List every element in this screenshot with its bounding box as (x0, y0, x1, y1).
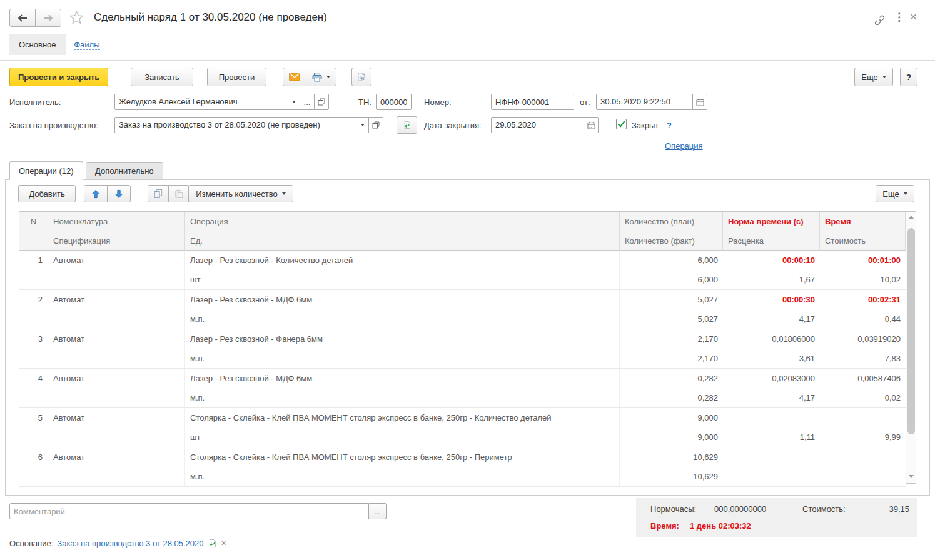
date-field[interactable]: 30.05.2020 9:22:50 (596, 94, 707, 110)
arrow-left-icon (18, 14, 28, 22)
col-header-nomenclature[interactable]: Номенклатура (48, 212, 185, 231)
post-and-close-button[interactable]: Провести и закрыть (9, 68, 108, 86)
forward-button[interactable] (35, 9, 61, 27)
add-row-button[interactable]: Добавить (18, 185, 76, 202)
basis-link[interactable]: Заказ на производство 3 от 28.05.2020 (57, 539, 203, 548)
close-date-label: Дата закрытия: (424, 121, 482, 130)
cell-empty (19, 309, 48, 329)
report-button[interactable] (351, 68, 371, 86)
nav-tab-main[interactable]: Основное (9, 34, 66, 55)
executor-combo[interactable]: Желудков Алексей Германович ... (114, 94, 329, 110)
change-quantity-caret (282, 192, 286, 195)
document-report-icon (358, 72, 365, 82)
clear-basis-icon[interactable]: × (221, 538, 226, 548)
back-button[interactable] (9, 9, 36, 27)
order-combo[interactable]: Заказ на производство 3 от 28.05.2020 (н… (114, 117, 383, 133)
scrollbar-thumb[interactable] (907, 228, 915, 434)
tab-additional[interactable]: Дополнительно (86, 162, 163, 179)
cell-empty (19, 349, 48, 368)
cell-time: 0,03919020 (820, 329, 906, 349)
col-header-n[interactable]: N (19, 212, 48, 231)
cell-time: 0,00587406 (820, 369, 906, 388)
number-input[interactable] (491, 94, 574, 110)
table-row[interactable]: 5 Автомат Столярка - Склейка - Клей ПВА … (19, 408, 906, 448)
cell-time-norm: 00:00:10 (723, 251, 820, 270)
move-down-button[interactable] (107, 185, 131, 202)
col-header-operation[interactable]: Операция (185, 212, 620, 231)
print-button[interactable] (306, 68, 336, 86)
copy-rows-button[interactable] (148, 185, 169, 202)
comment-input[interactable] (9, 503, 369, 519)
order-open-icon[interactable] (368, 118, 383, 132)
send-email-button[interactable] (283, 68, 306, 86)
document-window: Сдельный наряд 1 от 30.05.2020 (не прове… (0, 0, 935, 560)
tn-label: ТН: (358, 98, 371, 107)
col-header-spec[interactable]: Спецификация (48, 231, 185, 251)
arrow-down-icon (114, 189, 123, 199)
comment-expand-button[interactable]: ... (369, 503, 387, 519)
order-dropdown-caret[interactable] (356, 118, 368, 132)
table-row[interactable]: 2 Автомат Лазер - Рез сквозной - МДФ 6мм… (19, 290, 906, 329)
close-date-value: 29.05.2020 (492, 118, 584, 132)
operation-link[interactable]: Операция (665, 141, 703, 151)
col-header-qty-plan[interactable]: Количество (план) (620, 212, 723, 231)
closed-checkbox[interactable] (616, 119, 627, 129)
nav-tab-files[interactable]: Файлы (68, 34, 106, 55)
executor-open-icon[interactable] (314, 94, 328, 109)
tn-input[interactable] (376, 94, 412, 110)
col-header-cost[interactable]: Стоимость (820, 231, 906, 251)
move-up-button[interactable] (84, 185, 108, 202)
col-header-rate[interactable]: Расценка (723, 231, 820, 251)
write-button[interactable]: Записать (131, 68, 193, 86)
col-header-time[interactable]: Время (820, 212, 906, 231)
cell-time: 00:01:00 (820, 251, 906, 270)
favorite-star-icon[interactable] (69, 10, 84, 26)
cell-spec (48, 349, 185, 368)
executor-dropdown-caret[interactable] (288, 94, 300, 109)
closed-help-icon[interactable]: ? (667, 121, 672, 130)
help-button[interactable]: ? (900, 68, 917, 86)
cell-n: 5 (19, 408, 48, 428)
calendar-icon[interactable] (692, 94, 707, 109)
table-scrollbar[interactable] (906, 212, 916, 483)
refill-from-order-button[interactable] (397, 116, 417, 134)
table-row[interactable]: 6 Автомат Столярка - Склейка - Клей ПВА … (19, 448, 906, 487)
paste-rows-button[interactable] (168, 185, 190, 202)
date-value: 30.05.2020 9:22:50 (597, 94, 692, 109)
more-button-table[interactable]: Еще (876, 185, 914, 202)
col-header-unit[interactable]: Ед. (185, 231, 620, 251)
more-menu-dots-icon[interactable]: ⋮ (894, 11, 904, 24)
copy-link-icon[interactable] (871, 12, 885, 26)
time-total-label: Время: (650, 521, 679, 531)
table-row[interactable]: 3 Автомат Лазер - Рез сквозной - Фанера … (19, 329, 906, 369)
copy-icon (154, 189, 163, 199)
number-label: Номер: (424, 98, 452, 107)
open-basis-icon[interactable] (208, 539, 216, 548)
cell-time-norm: 0,02083000 (723, 369, 820, 388)
close-icon[interactable]: × (910, 10, 917, 24)
tab-operations[interactable]: Операции (12) (9, 161, 83, 180)
scroll-up-icon[interactable] (909, 216, 914, 219)
executor-choose-button[interactable]: ... (300, 94, 314, 109)
more-button-top[interactable]: Еще (854, 68, 893, 86)
cell-operation: Столярка - Склейка - Клей ПВА МОМЕНТ сто… (185, 448, 620, 467)
cost-label: Стоимость: (802, 504, 846, 514)
cell-qty-fact: 2,170 (620, 349, 723, 368)
post-button[interactable]: Провести (207, 68, 266, 86)
cell-empty (19, 270, 48, 289)
cell-n: 2 (19, 290, 48, 309)
closed-label: Закрыт (632, 121, 659, 130)
change-quantity-button[interactable]: Изменить количество (188, 185, 293, 202)
table-row[interactable]: 1 Автомат Лазер - Рез сквозной - Количес… (19, 251, 906, 290)
close-date-field[interactable]: 29.05.2020 (491, 117, 599, 133)
scroll-down-icon[interactable] (909, 475, 914, 478)
col-header-time-norm[interactable]: Норма времени (с) (723, 212, 820, 231)
table-row[interactable]: 4 Автомат Лазер - Рез сквозной - МДФ 6мм… (19, 369, 906, 408)
printer-icon (312, 72, 322, 82)
col-header-qty-fact[interactable]: Количество (факт) (620, 231, 723, 251)
envelope-icon (289, 72, 300, 81)
executor-value: Желудков Алексей Германович (115, 94, 288, 109)
calendar-icon[interactable] (584, 118, 598, 132)
cell-qty-fact: 0,282 (620, 388, 723, 408)
cell-rate: 1,67 (723, 270, 820, 289)
